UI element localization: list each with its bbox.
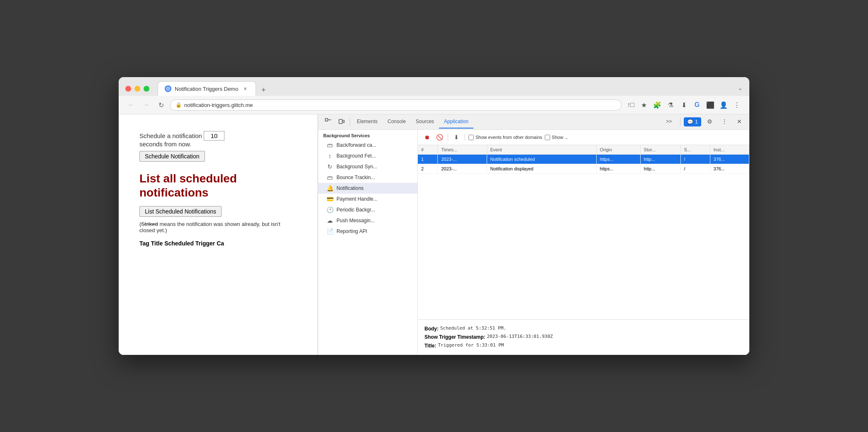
tabs-chevron-icon[interactable]: ⌄ — [738, 85, 743, 91]
tab-favicon — [165, 85, 171, 92]
detail-panel: Body: Scheduled at 5:32:51 PM. Show Trig… — [418, 319, 749, 355]
list-scheduled-notifications-button[interactable]: List Scheduled Notifications — [139, 206, 222, 217]
devtools-tabs-bar: Elements Console Sources Application >> … — [318, 114, 749, 130]
tab-sources[interactable]: Sources — [411, 115, 439, 129]
table-header-text: Tag Title Scheduled Trigger Ca — [139, 240, 297, 247]
profile-icon[interactable]: 👤 — [718, 99, 729, 111]
schedule-seconds-input[interactable] — [204, 131, 224, 141]
detail-title-value: Triggered for 5:33:01 PM — [438, 342, 504, 350]
sidebar-item-push[interactable]: ☁ Push Messagin... — [318, 215, 417, 226]
table-row[interactable]: 2 2023-... Notification displayed https.… — [418, 164, 749, 174]
close-traffic-light[interactable] — [125, 86, 131, 92]
new-tab-button[interactable]: + — [258, 84, 269, 96]
tabs-row: Notification Triggers Demo × + — [158, 81, 733, 96]
col-timestamp: Times... — [438, 145, 487, 155]
back-button[interactable]: ← — [125, 99, 137, 111]
more-tabs-button[interactable]: >> — [661, 115, 677, 129]
address-bar[interactable]: 🔒 notification-triggers.glitch.me — [170, 100, 622, 111]
devtools-right-separator — [680, 118, 680, 126]
table-row[interactable]: 1 2023-... Notification scheduled https.… — [418, 155, 749, 164]
active-tab[interactable]: Notification Triggers Demo × — [158, 81, 256, 96]
sidebar-item-periodic[interactable]: 🕐 Periodic Backgr... — [318, 204, 417, 215]
bookmark-icon[interactable]: ★ — [638, 99, 650, 111]
detail-body-row: Body: Scheduled at 5:32:51 PM. — [424, 325, 743, 333]
browser-toolbar: ← → ↻ 🔒 notification-triggers.glitch.me … — [119, 96, 749, 114]
detail-title-row: Title: Triggered for 5:33:01 PM — [424, 342, 743, 350]
google-icon[interactable]: G — [691, 99, 703, 111]
labs-icon[interactable]: ⚗ — [665, 99, 676, 111]
reporting-icon: 📄 — [327, 228, 333, 235]
col-s: S... — [680, 145, 710, 155]
svg-rect-4 — [339, 119, 342, 124]
cell-stor: http... — [640, 155, 680, 164]
sidebar-item-backforward[interactable]: 🗃 Back/forward ca... — [318, 140, 417, 150]
devtools-device-icon[interactable] — [335, 114, 348, 129]
forward-button[interactable]: → — [140, 99, 152, 111]
strikeout-word: Striked — [141, 221, 158, 227]
background-sync-icon: ↻ — [327, 163, 333, 170]
cell-num: 2 — [418, 164, 438, 174]
list-heading: List all scheduled notifications — [139, 172, 297, 199]
tabs-right: ⌄ — [738, 85, 743, 93]
strikeout-description: (Striked means the notification was show… — [139, 221, 297, 233]
detail-body-value: Scheduled at 5:32:51 PM. — [440, 325, 506, 333]
tab-close-button[interactable]: × — [241, 85, 249, 92]
sidebar-item-background-sync[interactable]: ↻ Background Syn... — [318, 161, 417, 172]
cell-event: Notification scheduled — [487, 155, 596, 164]
notifications-icon: 🔔 — [327, 185, 333, 192]
record-button[interactable]: ⏺ — [422, 132, 432, 142]
cell-timestamp: 2023-... — [438, 164, 487, 174]
schedule-label: Schedule a notification seconds from now… — [139, 131, 297, 148]
tab-console[interactable]: Console — [383, 115, 411, 129]
bounce-tracking-icon: 🗃 — [327, 174, 333, 181]
devtools-settings-icon[interactable]: ⚙ — [703, 114, 716, 129]
show-other-domains-checkbox[interactable] — [468, 135, 474, 140]
devtools-more-icon[interactable]: ⋮ — [718, 114, 731, 129]
sidebar-item-payment[interactable]: 💳 Payment Handle... — [318, 194, 417, 204]
detail-trigger-value: 2023-06-13T16:33:01.930Z — [487, 333, 553, 341]
title-bar: Notification Triggers Demo × + ⌄ — [119, 77, 749, 96]
cell-s: / — [680, 155, 710, 164]
svg-point-1 — [168, 88, 169, 90]
devtools-badge-button[interactable]: 💬 1 — [684, 117, 701, 126]
backforward-icon: 🗃 — [327, 142, 333, 148]
more-menu-icon[interactable]: ⋮ — [731, 99, 743, 111]
cell-timestamp: 2023-... — [438, 155, 487, 164]
download-icon[interactable]: ⬇ — [678, 99, 690, 111]
tab-title: Notification Triggers Demo — [175, 86, 238, 92]
detail-trigger-key: Show Trigger Timestamp: — [424, 333, 485, 341]
show-other-domains-checkbox-label[interactable]: Show events from other domains — [468, 135, 542, 140]
svg-rect-5 — [343, 120, 344, 123]
show-checkbox[interactable] — [545, 135, 550, 140]
sidebar-item-notifications[interactable]: 🔔 Notifications — [318, 183, 417, 194]
download-events-button[interactable]: ⬇ — [451, 132, 461, 142]
devtools-tabs-right: >> 💬 1 ⚙ ⋮ ✕ — [661, 114, 746, 129]
detail-body-key: Body: — [424, 325, 439, 333]
detail-trigger-row: Show Trigger Timestamp: 2023-06-13T16:33… — [424, 333, 743, 341]
share-icon[interactable]: ↑□ — [625, 99, 636, 111]
maximize-traffic-light[interactable] — [144, 86, 149, 92]
split-icon[interactable]: ⬛ — [705, 99, 716, 111]
background-fetch-icon: ↕ — [327, 153, 333, 159]
cell-origin: https... — [596, 155, 640, 164]
cell-inst: 376... — [710, 164, 749, 174]
schedule-notification-button[interactable]: Schedule Notification — [139, 151, 205, 162]
devtools-main-toolbar: ⏺ 🚫 ⬇ Show events from other domains Sho… — [418, 130, 749, 145]
tab-elements[interactable]: Elements — [352, 115, 383, 129]
clear-button[interactable]: 🚫 — [434, 132, 444, 142]
sidebar-item-background-fetch[interactable]: ↕ Background Fet... — [318, 150, 417, 161]
sidebar-item-reporting[interactable]: 📄 Reporting API — [318, 226, 417, 237]
devtools-panel: Elements Console Sources Application >> … — [318, 114, 749, 355]
extensions-icon[interactable]: 🧩 — [651, 99, 663, 111]
cell-event: Notification displayed — [487, 164, 596, 174]
devtools-close-icon[interactable]: ✕ — [733, 114, 746, 129]
sidebar-item-bounce-tracking[interactable]: 🗃 Bounce Trackin... — [318, 172, 417, 183]
cell-origin: https... — [596, 164, 640, 174]
reload-button[interactable]: ↻ — [155, 99, 167, 111]
devtools-inspect-icon[interactable] — [322, 114, 335, 129]
minimize-traffic-light[interactable] — [134, 86, 140, 92]
show-checkbox-label[interactable]: Show ... — [545, 135, 568, 140]
tab-application[interactable]: Application — [439, 115, 473, 129]
col-origin: Origin — [596, 145, 640, 155]
toolbar-separator-2 — [465, 134, 465, 141]
